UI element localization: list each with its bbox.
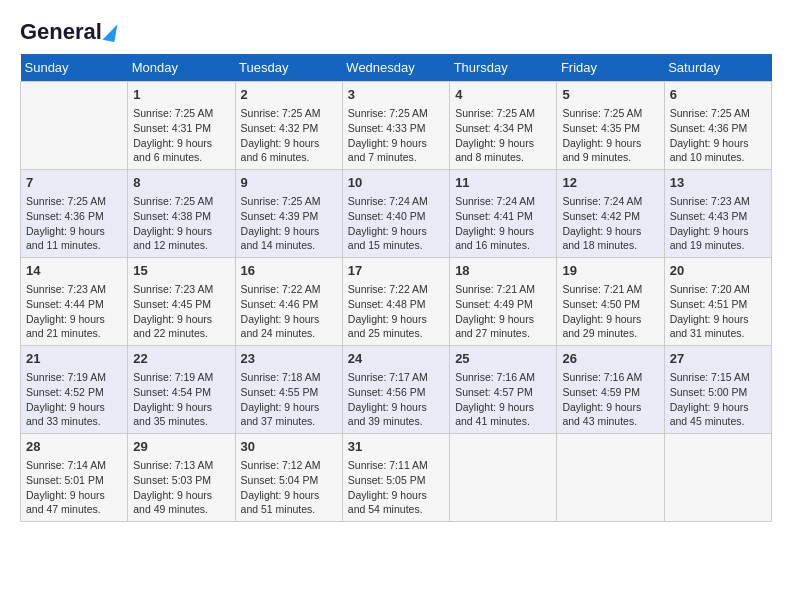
calendar-cell: 3Sunrise: 7:25 AM Sunset: 4:33 PM Daylig… xyxy=(342,82,449,170)
calendar-cell: 7Sunrise: 7:25 AM Sunset: 4:36 PM Daylig… xyxy=(21,170,128,258)
calendar-week-row: 14Sunrise: 7:23 AM Sunset: 4:44 PM Dayli… xyxy=(21,258,772,346)
day-number: 29 xyxy=(133,438,229,456)
cell-sun-info: Sunrise: 7:21 AM Sunset: 4:50 PM Dayligh… xyxy=(562,282,658,341)
day-number: 28 xyxy=(26,438,122,456)
day-number: 26 xyxy=(562,350,658,368)
cell-sun-info: Sunrise: 7:17 AM Sunset: 4:56 PM Dayligh… xyxy=(348,370,444,429)
cell-sun-info: Sunrise: 7:23 AM Sunset: 4:43 PM Dayligh… xyxy=(670,194,766,253)
cell-sun-info: Sunrise: 7:12 AM Sunset: 5:04 PM Dayligh… xyxy=(241,458,337,517)
page-header: General xyxy=(20,20,772,44)
calendar-cell xyxy=(557,433,664,521)
header-thursday: Thursday xyxy=(450,54,557,82)
day-number: 15 xyxy=(133,262,229,280)
calendar-cell: 23Sunrise: 7:18 AM Sunset: 4:55 PM Dayli… xyxy=(235,346,342,434)
cell-sun-info: Sunrise: 7:24 AM Sunset: 4:42 PM Dayligh… xyxy=(562,194,658,253)
calendar-week-row: 21Sunrise: 7:19 AM Sunset: 4:52 PM Dayli… xyxy=(21,346,772,434)
calendar-cell: 17Sunrise: 7:22 AM Sunset: 4:48 PM Dayli… xyxy=(342,258,449,346)
calendar-cell: 8Sunrise: 7:25 AM Sunset: 4:38 PM Daylig… xyxy=(128,170,235,258)
day-number: 8 xyxy=(133,174,229,192)
calendar-week-row: 1Sunrise: 7:25 AM Sunset: 4:31 PM Daylig… xyxy=(21,82,772,170)
cell-sun-info: Sunrise: 7:16 AM Sunset: 4:57 PM Dayligh… xyxy=(455,370,551,429)
calendar-cell: 18Sunrise: 7:21 AM Sunset: 4:49 PM Dayli… xyxy=(450,258,557,346)
calendar-cell: 28Sunrise: 7:14 AM Sunset: 5:01 PM Dayli… xyxy=(21,433,128,521)
cell-sun-info: Sunrise: 7:18 AM Sunset: 4:55 PM Dayligh… xyxy=(241,370,337,429)
cell-sun-info: Sunrise: 7:25 AM Sunset: 4:39 PM Dayligh… xyxy=(241,194,337,253)
calendar-cell: 1Sunrise: 7:25 AM Sunset: 4:31 PM Daylig… xyxy=(128,82,235,170)
cell-sun-info: Sunrise: 7:14 AM Sunset: 5:01 PM Dayligh… xyxy=(26,458,122,517)
day-number: 31 xyxy=(348,438,444,456)
day-number: 13 xyxy=(670,174,766,192)
calendar-cell: 31Sunrise: 7:11 AM Sunset: 5:05 PM Dayli… xyxy=(342,433,449,521)
calendar-cell: 21Sunrise: 7:19 AM Sunset: 4:52 PM Dayli… xyxy=(21,346,128,434)
cell-sun-info: Sunrise: 7:19 AM Sunset: 4:52 PM Dayligh… xyxy=(26,370,122,429)
calendar-cell: 15Sunrise: 7:23 AM Sunset: 4:45 PM Dayli… xyxy=(128,258,235,346)
day-number: 19 xyxy=(562,262,658,280)
calendar-cell: 29Sunrise: 7:13 AM Sunset: 5:03 PM Dayli… xyxy=(128,433,235,521)
cell-sun-info: Sunrise: 7:21 AM Sunset: 4:49 PM Dayligh… xyxy=(455,282,551,341)
calendar-cell: 11Sunrise: 7:24 AM Sunset: 4:41 PM Dayli… xyxy=(450,170,557,258)
day-number: 24 xyxy=(348,350,444,368)
day-number: 18 xyxy=(455,262,551,280)
calendar-cell: 9Sunrise: 7:25 AM Sunset: 4:39 PM Daylig… xyxy=(235,170,342,258)
cell-sun-info: Sunrise: 7:25 AM Sunset: 4:33 PM Dayligh… xyxy=(348,106,444,165)
cell-sun-info: Sunrise: 7:25 AM Sunset: 4:38 PM Dayligh… xyxy=(133,194,229,253)
day-number: 20 xyxy=(670,262,766,280)
cell-sun-info: Sunrise: 7:23 AM Sunset: 4:44 PM Dayligh… xyxy=(26,282,122,341)
logo-general: General xyxy=(20,20,102,44)
calendar-cell xyxy=(21,82,128,170)
day-number: 4 xyxy=(455,86,551,104)
cell-sun-info: Sunrise: 7:25 AM Sunset: 4:36 PM Dayligh… xyxy=(26,194,122,253)
calendar-cell xyxy=(450,433,557,521)
calendar-cell: 4Sunrise: 7:25 AM Sunset: 4:34 PM Daylig… xyxy=(450,82,557,170)
header-monday: Monday xyxy=(128,54,235,82)
cell-sun-info: Sunrise: 7:22 AM Sunset: 4:48 PM Dayligh… xyxy=(348,282,444,341)
cell-sun-info: Sunrise: 7:22 AM Sunset: 4:46 PM Dayligh… xyxy=(241,282,337,341)
logo-arrow-icon xyxy=(102,22,117,42)
calendar-table: SundayMondayTuesdayWednesdayThursdayFrid… xyxy=(20,54,772,522)
calendar-cell: 10Sunrise: 7:24 AM Sunset: 4:40 PM Dayli… xyxy=(342,170,449,258)
calendar-cell: 22Sunrise: 7:19 AM Sunset: 4:54 PM Dayli… xyxy=(128,346,235,434)
day-number: 3 xyxy=(348,86,444,104)
day-number: 23 xyxy=(241,350,337,368)
calendar-cell: 13Sunrise: 7:23 AM Sunset: 4:43 PM Dayli… xyxy=(664,170,771,258)
day-number: 7 xyxy=(26,174,122,192)
cell-sun-info: Sunrise: 7:24 AM Sunset: 4:40 PM Dayligh… xyxy=(348,194,444,253)
calendar-week-row: 28Sunrise: 7:14 AM Sunset: 5:01 PM Dayli… xyxy=(21,433,772,521)
calendar-week-row: 7Sunrise: 7:25 AM Sunset: 4:36 PM Daylig… xyxy=(21,170,772,258)
cell-sun-info: Sunrise: 7:25 AM Sunset: 4:31 PM Dayligh… xyxy=(133,106,229,165)
calendar-cell xyxy=(664,433,771,521)
day-number: 9 xyxy=(241,174,337,192)
cell-sun-info: Sunrise: 7:20 AM Sunset: 4:51 PM Dayligh… xyxy=(670,282,766,341)
header-wednesday: Wednesday xyxy=(342,54,449,82)
day-number: 16 xyxy=(241,262,337,280)
day-number: 14 xyxy=(26,262,122,280)
calendar-cell: 2Sunrise: 7:25 AM Sunset: 4:32 PM Daylig… xyxy=(235,82,342,170)
calendar-cell: 19Sunrise: 7:21 AM Sunset: 4:50 PM Dayli… xyxy=(557,258,664,346)
cell-sun-info: Sunrise: 7:25 AM Sunset: 4:32 PM Dayligh… xyxy=(241,106,337,165)
cell-sun-info: Sunrise: 7:19 AM Sunset: 4:54 PM Dayligh… xyxy=(133,370,229,429)
cell-sun-info: Sunrise: 7:23 AM Sunset: 4:45 PM Dayligh… xyxy=(133,282,229,341)
calendar-cell: 24Sunrise: 7:17 AM Sunset: 4:56 PM Dayli… xyxy=(342,346,449,434)
calendar-header-row: SundayMondayTuesdayWednesdayThursdayFrid… xyxy=(21,54,772,82)
calendar-cell: 6Sunrise: 7:25 AM Sunset: 4:36 PM Daylig… xyxy=(664,82,771,170)
cell-sun-info: Sunrise: 7:16 AM Sunset: 4:59 PM Dayligh… xyxy=(562,370,658,429)
day-number: 27 xyxy=(670,350,766,368)
day-number: 1 xyxy=(133,86,229,104)
calendar-cell: 16Sunrise: 7:22 AM Sunset: 4:46 PM Dayli… xyxy=(235,258,342,346)
day-number: 5 xyxy=(562,86,658,104)
cell-sun-info: Sunrise: 7:11 AM Sunset: 5:05 PM Dayligh… xyxy=(348,458,444,517)
day-number: 11 xyxy=(455,174,551,192)
day-number: 25 xyxy=(455,350,551,368)
cell-sun-info: Sunrise: 7:25 AM Sunset: 4:35 PM Dayligh… xyxy=(562,106,658,165)
calendar-cell: 30Sunrise: 7:12 AM Sunset: 5:04 PM Dayli… xyxy=(235,433,342,521)
header-tuesday: Tuesday xyxy=(235,54,342,82)
logo: General xyxy=(20,20,116,44)
calendar-cell: 25Sunrise: 7:16 AM Sunset: 4:57 PM Dayli… xyxy=(450,346,557,434)
day-number: 30 xyxy=(241,438,337,456)
calendar-cell: 12Sunrise: 7:24 AM Sunset: 4:42 PM Dayli… xyxy=(557,170,664,258)
header-sunday: Sunday xyxy=(21,54,128,82)
day-number: 2 xyxy=(241,86,337,104)
calendar-cell: 14Sunrise: 7:23 AM Sunset: 4:44 PM Dayli… xyxy=(21,258,128,346)
day-number: 6 xyxy=(670,86,766,104)
cell-sun-info: Sunrise: 7:13 AM Sunset: 5:03 PM Dayligh… xyxy=(133,458,229,517)
